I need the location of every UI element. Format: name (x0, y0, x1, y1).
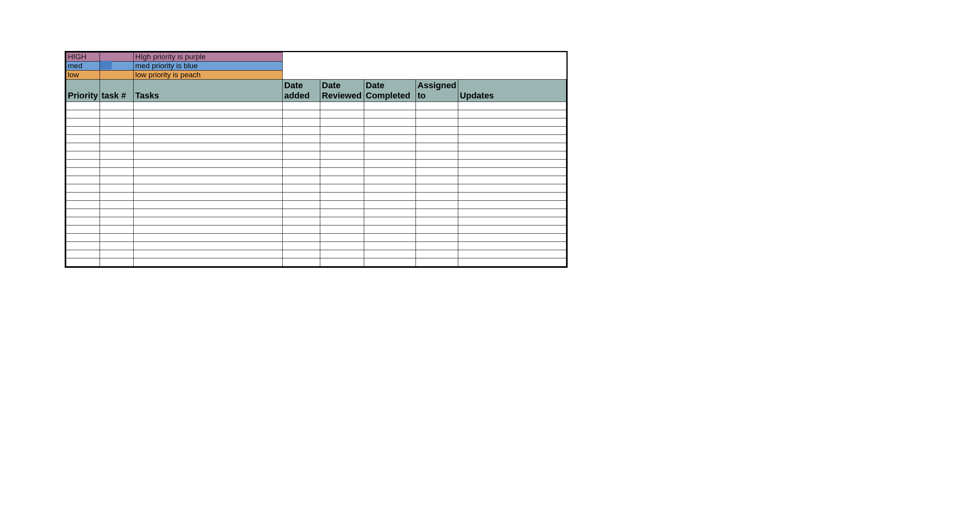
cell-updates[interactable] (458, 102, 566, 110)
cell-tasks[interactable] (134, 184, 283, 193)
cell-task_num[interactable] (100, 193, 134, 201)
cell-date_reviewed[interactable] (320, 118, 364, 127)
cell-date_added[interactable] (283, 102, 320, 110)
cell-priority[interactable] (66, 127, 100, 135)
cell-task_num[interactable] (100, 135, 134, 143)
cell-date_added[interactable] (283, 143, 320, 151)
cell-updates[interactable] (458, 184, 566, 193)
cell-task_num[interactable] (100, 242, 134, 250)
cell-assigned_to[interactable] (416, 143, 458, 151)
cell-date_reviewed[interactable] (320, 160, 364, 168)
cell-assigned_to[interactable] (416, 184, 458, 193)
cell-date_reviewed[interactable] (320, 242, 364, 250)
cell-priority[interactable] (66, 176, 100, 184)
cell-task_num[interactable] (100, 258, 134, 267)
cell-task_num[interactable] (100, 225, 134, 234)
cell-date_reviewed[interactable] (320, 193, 364, 201)
cell-tasks[interactable] (134, 102, 283, 110)
cell-tasks[interactable] (134, 234, 283, 242)
cell-task_num[interactable] (100, 160, 134, 168)
cell-assigned_to[interactable] (416, 225, 458, 234)
cell-date_added[interactable] (283, 118, 320, 127)
cell-assigned_to[interactable] (416, 102, 458, 110)
cell-date_added[interactable] (283, 184, 320, 193)
cell-assigned_to[interactable] (416, 135, 458, 143)
cell-priority[interactable] (66, 242, 100, 250)
cell-date_added[interactable] (283, 135, 320, 143)
cell-date_completed[interactable] (364, 250, 416, 258)
cell-date_added[interactable] (283, 193, 320, 201)
cell-task_num[interactable] (100, 217, 134, 225)
cell-tasks[interactable] (134, 209, 283, 217)
cell-tasks[interactable] (134, 168, 283, 176)
cell-priority[interactable] (66, 143, 100, 151)
cell-date_completed[interactable] (364, 234, 416, 242)
cell-date_reviewed[interactable] (320, 209, 364, 217)
cell-updates[interactable] (458, 176, 566, 184)
cell-date_reviewed[interactable] (320, 250, 364, 258)
cell-date_added[interactable] (283, 209, 320, 217)
cell-task_num[interactable] (100, 201, 134, 209)
cell-tasks[interactable] (134, 193, 283, 201)
cell-assigned_to[interactable] (416, 151, 458, 160)
cell-date_added[interactable] (283, 201, 320, 209)
cell-priority[interactable] (66, 184, 100, 193)
cell-date_reviewed[interactable] (320, 234, 364, 242)
cell-updates[interactable] (458, 258, 566, 267)
cell-updates[interactable] (458, 193, 566, 201)
cell-task_num[interactable] (100, 151, 134, 160)
cell-date_completed[interactable] (364, 135, 416, 143)
cell-assigned_to[interactable] (416, 110, 458, 118)
cell-task_num[interactable] (100, 127, 134, 135)
cell-updates[interactable] (458, 250, 566, 258)
cell-priority[interactable] (66, 135, 100, 143)
cell-tasks[interactable] (134, 242, 283, 250)
header-tasks[interactable]: Tasks (134, 80, 283, 102)
cell-task_num[interactable] (100, 234, 134, 242)
cell-date_reviewed[interactable] (320, 258, 364, 267)
cell-priority[interactable] (66, 118, 100, 127)
cell-date_reviewed[interactable] (320, 176, 364, 184)
cell-task_num[interactable] (100, 118, 134, 127)
cell-priority[interactable] (66, 258, 100, 267)
cell-tasks[interactable] (134, 258, 283, 267)
cell-tasks[interactable] (134, 110, 283, 118)
cell-updates[interactable] (458, 151, 566, 160)
cell-assigned_to[interactable] (416, 234, 458, 242)
cell-updates[interactable] (458, 168, 566, 176)
cell-task_num[interactable] (100, 168, 134, 176)
cell-date_completed[interactable] (364, 143, 416, 151)
cell-date_added[interactable] (283, 127, 320, 135)
cell-assigned_to[interactable] (416, 258, 458, 267)
cell-assigned_to[interactable] (416, 127, 458, 135)
cell-priority[interactable] (66, 110, 100, 118)
cell-tasks[interactable] (134, 176, 283, 184)
cell-date_completed[interactable] (364, 168, 416, 176)
cell-date_reviewed[interactable] (320, 135, 364, 143)
header-date-added[interactable]: Date added (283, 80, 320, 102)
cell-date_added[interactable] (283, 151, 320, 160)
cell-updates[interactable] (458, 118, 566, 127)
cell-date_completed[interactable] (364, 201, 416, 209)
cell-date_added[interactable] (283, 110, 320, 118)
cell-date_added[interactable] (283, 225, 320, 234)
cell-updates[interactable] (458, 217, 566, 225)
cell-updates[interactable] (458, 242, 566, 250)
cell-priority[interactable] (66, 225, 100, 234)
cell-date_reviewed[interactable] (320, 184, 364, 193)
cell-date_completed[interactable] (364, 118, 416, 127)
cell-tasks[interactable] (134, 250, 283, 258)
cell-updates[interactable] (458, 234, 566, 242)
cell-priority[interactable] (66, 217, 100, 225)
cell-date_completed[interactable] (364, 160, 416, 168)
cell-priority[interactable] (66, 193, 100, 201)
cell-date_added[interactable] (283, 234, 320, 242)
header-priority[interactable]: Priority (66, 80, 100, 102)
cell-date_completed[interactable] (364, 127, 416, 135)
cell-date_reviewed[interactable] (320, 201, 364, 209)
cell-date_added[interactable] (283, 160, 320, 168)
cell-date_added[interactable] (283, 242, 320, 250)
cell-task_num[interactable] (100, 250, 134, 258)
cell-updates[interactable] (458, 143, 566, 151)
cell-tasks[interactable] (134, 127, 283, 135)
